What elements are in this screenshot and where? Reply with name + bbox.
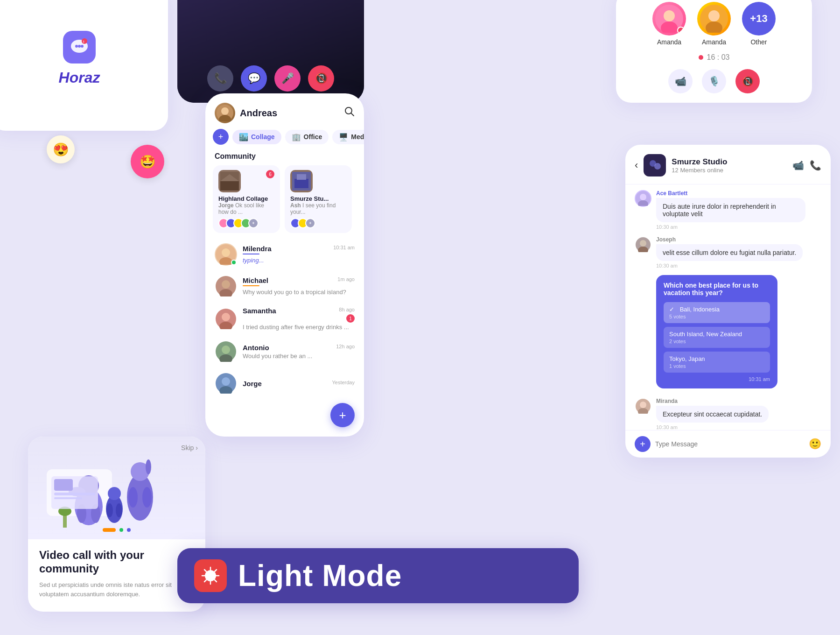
community-name-highland: Highland Collage xyxy=(218,195,274,202)
community-item-smurze[interactable]: Smurze Stu... Ash I see you find your...… xyxy=(285,165,352,233)
ci-msg-antonio: Would you rather be an ... xyxy=(243,353,312,360)
office-icon: 🏢 xyxy=(292,133,301,141)
ci-name-michael: Michael xyxy=(243,276,268,284)
group-chat-header: ‹ Smurze Studio 12 Members online 📹 📞 xyxy=(625,154,831,184)
ci-content-milendra: Milendra 10:31 am typing... xyxy=(243,245,355,264)
poll-option-bali[interactable]: ✓ Bali, Indonesia 5 votes xyxy=(664,302,770,323)
ci-time-antonio: 12h ago xyxy=(336,344,355,352)
poll-time: 10:31 am xyxy=(664,376,770,382)
smurze-avatar-more: + xyxy=(305,218,315,228)
poll-option-tokyo[interactable]: Tokyo, Japan 1 votes xyxy=(664,352,770,373)
avatar-name-2: Amanda xyxy=(702,38,726,46)
call-timer: 16 : 03 xyxy=(629,53,799,62)
skip-button[interactable]: Skip › xyxy=(181,444,198,452)
avatar-name-1: Amanda xyxy=(657,38,681,46)
video-call-button[interactable]: 📹 xyxy=(792,160,804,171)
ci-name-milendra: Milendra xyxy=(243,245,272,253)
community-badge-highland: 6 xyxy=(266,170,274,178)
light-mode-label: Light Mode xyxy=(238,558,402,593)
chat-item-milendra[interactable]: Milendra 10:31 am typing... xyxy=(205,239,364,270)
svg-point-33 xyxy=(222,346,230,354)
video-controls: 📞 💬 🎤 📵 xyxy=(207,65,334,92)
group-members: 12 Members online xyxy=(672,167,787,174)
group-chat-actions: 📹 📞 xyxy=(792,160,821,171)
avatar-badge-1 xyxy=(677,27,685,34)
phone-call-button[interactable]: 📞 xyxy=(810,160,821,171)
tab-add-button[interactable]: + xyxy=(213,129,229,145)
community-item-highland[interactable]: 6 Highland Collage Jorge Ok sool like ho… xyxy=(213,165,280,233)
ci-avatar-samantha xyxy=(215,308,237,330)
chat-item-jorge[interactable]: Jorge Yesterday xyxy=(205,367,364,399)
svg-point-24 xyxy=(222,248,230,257)
svg-point-13 xyxy=(221,107,229,115)
svg-rect-21 xyxy=(294,179,308,188)
svg-point-2 xyxy=(78,45,81,48)
tab-office[interactable]: 🏢 Office xyxy=(285,130,329,144)
call-message-button[interactable]: 💬 xyxy=(241,65,267,92)
poll-option-nz[interactable]: South Island, New Zealand 2 votes xyxy=(664,327,770,348)
group-info: Smurze Studio 12 Members online xyxy=(672,157,787,174)
msg-time-miranda: 10:30 am xyxy=(656,424,769,430)
call-video-button[interactable]: 📹 xyxy=(668,69,693,93)
svg-point-69 xyxy=(640,402,646,408)
call-end-button[interactable]: 📵 xyxy=(308,65,334,92)
ci-avatar-michael xyxy=(215,275,237,297)
community-avatars-highland: + xyxy=(218,218,274,228)
ci-content-samantha: Samantha 8h ago 1 I tried dusting after … xyxy=(243,307,355,331)
group-messages: Ace Bartlett Duis aute irure dolor in re… xyxy=(625,184,831,394)
call-actions-bottom: 📹 🎙️ 📵 xyxy=(629,69,799,93)
tab-media[interactable]: 🖥️ Medi xyxy=(332,130,364,144)
avatar-img-other: +13 xyxy=(742,2,776,35)
msg-content-miranda: Miranda Excepteur sint occaecat cupidata… xyxy=(656,398,769,430)
call-avatars-card: Amanda Amanda +13 Other 16 : 03 📹 🎙️ 📵 xyxy=(616,0,812,103)
horaz-title: Horaz xyxy=(59,69,100,86)
emoji-button[interactable]: 🙂 xyxy=(809,438,821,450)
avatar-amanda-1: Amanda xyxy=(652,2,686,46)
community-thumb-highland xyxy=(218,170,241,192)
avatar-amanda-2: Amanda xyxy=(697,2,731,46)
svg-point-47 xyxy=(128,487,138,508)
call-end-bottom-button[interactable]: 📵 xyxy=(735,69,760,93)
ci-avatar-antonio xyxy=(215,340,237,363)
media-icon: 🖥️ xyxy=(339,133,348,141)
chat-item-michael[interactable]: Michael 1m ago Why would you go to a tro… xyxy=(205,270,364,302)
msg-sender-ace: Ace Bartlett xyxy=(656,190,805,197)
call-mic-bottom-button[interactable]: 🎙️ xyxy=(702,69,726,93)
group-chat-card: ‹ Smurze Studio 12 Members online 📹 📞 xyxy=(625,145,831,458)
message-input[interactable] xyxy=(655,440,804,448)
ci-content-jorge: Jorge Yesterday xyxy=(243,380,355,388)
call-mic-button[interactable]: 🎤 xyxy=(274,65,301,92)
msg-content-ace: Ace Bartlett Duis aute irure dolor in re… xyxy=(656,190,805,230)
message-ace-bartlett: Ace Bartlett Duis aute irure dolor in re… xyxy=(635,190,821,230)
ci-time-michael: 1m ago xyxy=(337,276,355,284)
svg-point-48 xyxy=(142,487,152,508)
msg-content-joseph: Joseph velit esse cillum dolore eu fugia… xyxy=(656,236,803,268)
svg-rect-58 xyxy=(54,497,82,499)
svg-point-30 xyxy=(222,313,230,321)
poll-bubble: Which one best place for us to vacation … xyxy=(656,275,777,388)
message-miranda-wrap: Miranda Excepteur sint occaecat cupidata… xyxy=(625,394,831,430)
svg-point-7 xyxy=(664,10,675,21)
chat-user-info: Andreas xyxy=(215,103,277,123)
svg-rect-18 xyxy=(220,181,239,190)
community-label: Community xyxy=(205,150,364,165)
group-name: Smurze Studio xyxy=(672,157,787,167)
fab-compose-button[interactable]: + xyxy=(330,403,355,427)
promo-title: Video call with your community xyxy=(39,549,194,576)
ci-typing-milendra: typing... xyxy=(243,257,264,264)
chat-item-samantha[interactable]: Samantha 8h ago 1 I tried dusting after … xyxy=(205,302,364,336)
community-thumb-smurze xyxy=(290,170,313,192)
ci-avatar-milendra xyxy=(215,243,237,266)
input-add-button[interactable]: + xyxy=(635,436,651,452)
call-phone-button[interactable]: 📞 xyxy=(207,65,233,92)
poll-question: Which one best place for us to vacation … xyxy=(664,282,770,296)
chat-item-antonio[interactable]: Antonio 12h ago Would you rather be an .… xyxy=(205,336,364,367)
back-button[interactable]: ‹ xyxy=(635,159,638,171)
emoji-party: 🤩 xyxy=(131,145,164,178)
avatar-other: +13 Other xyxy=(742,2,776,46)
light-mode-badge: Light Mode xyxy=(177,548,579,603)
search-icon[interactable] xyxy=(344,106,355,120)
tab-collage[interactable]: 🏙️ Collage xyxy=(232,130,281,144)
msg-sender-miranda: Miranda xyxy=(656,398,769,404)
ci-avatar-jorge xyxy=(215,372,237,395)
